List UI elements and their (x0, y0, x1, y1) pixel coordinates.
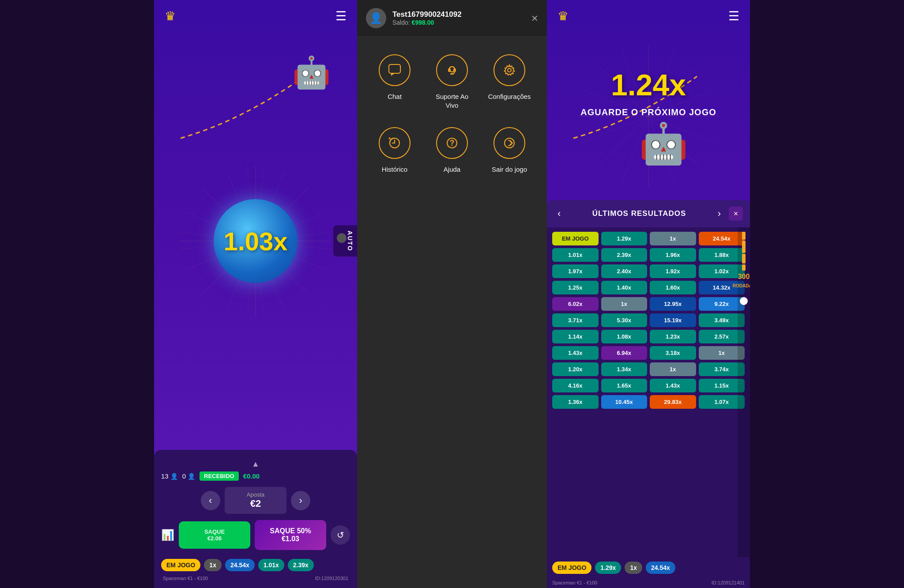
bet-decrease-button[interactable]: ‹ (201, 491, 220, 510)
result-cell: 1.65x (601, 379, 648, 392)
auto-tab[interactable]: AUTO (333, 225, 357, 256)
refresh-button[interactable]: ↺ (331, 525, 350, 545)
left-multiplier: 1.03x (223, 226, 287, 256)
result-cell: 1.01x (552, 248, 599, 262)
menu-header: 👤 Test1679900241092 Saldo: €998.00 × (357, 0, 547, 37)
menu-item-exit[interactable]: Sair do jogo (481, 127, 538, 174)
result-cell: 1.34x (601, 362, 648, 376)
bar4 (742, 264, 746, 271)
result-cell: 5.30x (601, 313, 648, 327)
right-bottom-strip: EM JOGO 1.29x 1x 24.54x (547, 557, 750, 578)
await-text: AGUARDE O PRÓXIMO JOGO (580, 107, 716, 117)
help-icon: ? (445, 136, 459, 150)
right-crown-icon: ♛ (557, 9, 569, 23)
result-cell: 2.40x (601, 264, 648, 278)
auto-toggle[interactable] (337, 233, 347, 243)
right-hamburger-menu-icon[interactable]: ☰ (728, 9, 739, 23)
menu-item-history[interactable]: Histórico (366, 127, 423, 174)
crown-icon: ♛ (165, 9, 176, 23)
exit-icon-circle (493, 127, 525, 159)
saque-button[interactable]: SAQUE €2.06 (179, 521, 250, 549)
result-cell: 1.43x (552, 346, 599, 360)
strip-em-jogo: EM JOGO (161, 559, 200, 571)
collapse-chevron[interactable]: ▲ (161, 457, 350, 471)
menu-item-config[interactable]: Configurações (481, 54, 538, 109)
results-title: ÚLTIMOS RESULTADOS (569, 209, 709, 218)
user-info: Test1679900241092 Saldo: €998.00 (392, 10, 525, 26)
left-game-panel: ♛ ☰ (154, 0, 357, 588)
right-strip-2454x: 24.54x (646, 562, 675, 574)
right-header: ♛ ☰ (547, 0, 750, 32)
result-cell: 1.43x (650, 379, 696, 392)
result-cell: 3.71x (552, 313, 599, 327)
exit-label: Sair do jogo (492, 165, 527, 174)
help-label: Ajuda (444, 165, 460, 174)
result-cell: 1.29x (601, 232, 648, 245)
saldo-row: Saldo: €998.00 (392, 19, 525, 26)
stats-row: 13 👤 0 👤 RECEBIDO €0.00 (161, 471, 350, 481)
history-icon (388, 136, 402, 150)
results-panel: ‹ ÚLTIMOS RESULTADOS › × EM JOGO1.29x1x2… (547, 200, 750, 588)
bet-increase-button[interactable]: › (291, 491, 310, 510)
result-cell: 1.36x (552, 395, 599, 409)
saque50-button[interactable]: SAQUE 50% €1.03 (255, 520, 326, 550)
menu-close-button[interactable]: × (531, 11, 538, 25)
strip-101x: 1.01x (258, 559, 284, 571)
player-count: 13 👤 (161, 472, 178, 480)
results-content: EM JOGO1.29x1x24.54x1.01x2.39x1.96x1.88x… (547, 227, 750, 557)
right-strip-1x: 1x (625, 562, 642, 574)
right-astronaut: 🤖 (639, 121, 688, 167)
menu-grid: Chat Suporte AoVivo (357, 37, 547, 588)
menu-item-chat[interactable]: Chat (366, 54, 423, 109)
results-grid: EM JOGO1.29x1x24.54x1.01x2.39x1.96x1.88x… (547, 227, 750, 413)
rodadas-count: 300RODADAS (733, 272, 750, 289)
username: Test1679900241092 (392, 10, 525, 19)
config-label: Configurações (488, 92, 531, 101)
exit-icon (502, 136, 516, 150)
strip-1x: 1x (204, 559, 222, 571)
result-cell: 2.39x (601, 248, 648, 262)
result-cell: 6.94x (601, 346, 648, 360)
svg-text:?: ? (450, 139, 455, 147)
middle-menu-panel: 👤 Test1679900241092 Saldo: €998.00 × (357, 0, 547, 588)
result-cell: 12.95x (650, 297, 696, 311)
scroll-chart: 300RODADAS (731, 227, 750, 294)
menu-item-help[interactable]: ? Ajuda (423, 127, 481, 174)
chart-icon[interactable]: 📊 (161, 529, 174, 541)
menu-item-support[interactable]: Suporte AoVivo (423, 54, 481, 109)
bar1 (742, 232, 746, 240)
right-strip-129x: 1.29x (595, 562, 621, 574)
result-cell: EM JOGO (552, 232, 599, 245)
result-cell: 1.08x (601, 330, 648, 343)
person-add-icon: 👤 (188, 473, 195, 480)
bet-row: ‹ Aposta €2 › (161, 487, 350, 514)
history-icon-circle (379, 127, 411, 159)
results-header: ‹ ÚLTIMOS RESULTADOS › × (547, 200, 750, 227)
result-cell: 1.40x (601, 281, 648, 294)
bottom-betting-panel: ▲ 13 👤 0 👤 RECEBIDO €0.00 ‹ Aposta €2 (154, 450, 357, 588)
result-cell: 4.16x (552, 379, 599, 392)
history-label: Histórico (382, 165, 407, 174)
result-cell: 1x (601, 297, 648, 311)
support-icon (445, 63, 459, 77)
svg-rect-17 (450, 73, 454, 75)
help-icon-circle: ? (436, 127, 468, 159)
right-game-panel: ♛ ☰ 1.24x AG (547, 0, 750, 588)
chat-icon-circle (379, 54, 411, 86)
results-close-button[interactable]: × (729, 207, 743, 221)
result-cell: 15.19x (650, 313, 696, 327)
result-cell: 1.60x (650, 281, 696, 294)
result-cell: 10.45x (601, 395, 648, 409)
result-cell: 1.92x (650, 264, 696, 278)
hamburger-menu-icon[interactable]: ☰ (335, 9, 347, 23)
results-next-button[interactable]: › (714, 206, 724, 221)
bet-display: Aposta €2 (225, 487, 286, 514)
right-game-area: 1.24x AGUARDE O PRÓXIMO JOGO 🤖 (547, 32, 750, 200)
support-label: Suporte AoVivo (436, 92, 468, 109)
chat-icon (388, 63, 402, 77)
right-multiplier: 1.24x (611, 68, 686, 102)
results-prev-button[interactable]: ‹ (554, 206, 564, 221)
scrollbar[interactable]: 300RODADAS (738, 227, 750, 557)
scroll-thumb[interactable] (740, 297, 748, 305)
result-cell: 6.02x (552, 297, 599, 311)
